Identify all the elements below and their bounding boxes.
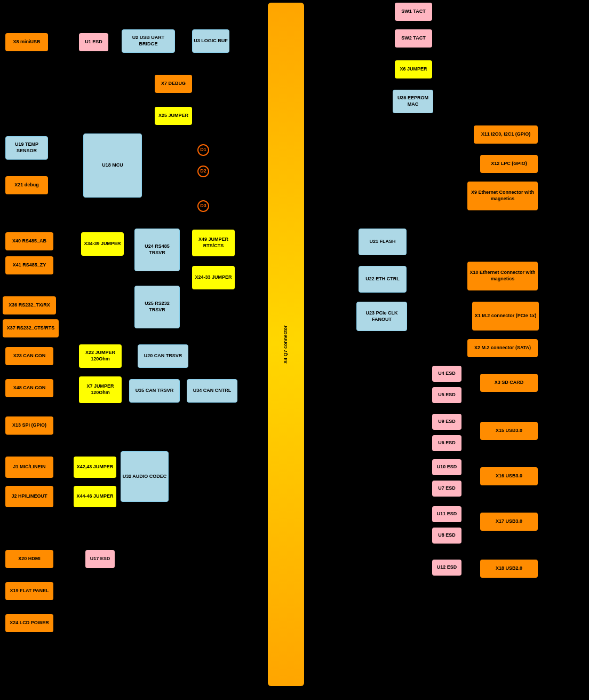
block-u21: U21 FLASH [359,229,407,255]
block-u23: U23 PCIe CLK FANOUT [356,302,407,331]
block-x11: X11 I2C0, I2C1 (GPIO) [474,125,538,144]
block-u7: U7 ESD [432,481,461,497]
block-j1: J1 MIC/LINEIN [5,457,53,478]
block-x36: X36 RS232_TX/RX [3,296,56,314]
block-x37: X37 RS232_CTS/RTS [3,319,59,337]
block-u8: U8 ESD [432,528,461,544]
block-x23: X23 CAN CON [5,347,53,365]
block-u24: U24 RS485 TRSVR [134,229,180,271]
block-u35: U35 CAN TRSVR [129,379,180,403]
block-x49: X49 JUMPER RTS/CTS [192,230,235,256]
block-u34: U34 CAN CNTRL [187,379,237,403]
block-u10: U10 ESD [432,459,461,475]
block-d2: D2 [197,166,209,177]
schematic-diagram: X8 miniUSBU1 ESDU2 USB UART BRIDGEU3 LOG… [0,0,589,700]
block-x4: X4 Q7 connector [268,3,304,686]
block-x13: X13 SPI (GPIO) [5,416,53,435]
block-d1: D1 [197,144,209,156]
block-x20: X20 HDMI [5,550,53,568]
block-x24_33: X24-33 JUMPER [192,266,235,289]
block-x22: X22 JUMPER 120Ohm [79,344,122,368]
block-x19: X19 FLAT PANEL [5,582,53,600]
block-u1: U1 ESD [79,33,108,51]
block-x2: X2 M.2 connector (SATA) [467,339,538,357]
block-x42_43: X42,43 JUMPER [74,457,116,478]
block-x25: X25 JUMPER [155,107,192,125]
block-x34_39: X34-39 JUMPER [81,232,124,256]
block-u25: U25 RS232 TRSVR [134,286,180,328]
block-u20: U20 CAN TRSVR [138,344,188,368]
block-u2: U2 USB UART BRIDGE [122,29,175,53]
block-u4: U4 ESD [432,366,461,382]
block-sw2: SW2 TACT [395,29,432,48]
block-x9: X9 Ethernet Connector with magnetics [467,182,538,210]
block-x6: X6 JUMPER [395,60,432,78]
block-x1: X1 M.2 connector (PCIe 1x) [472,302,539,331]
block-u17: U17 ESD [85,550,115,568]
block-x8: X8 miniUSB [5,33,48,51]
block-x24_lcd: X24 LCD POWER [5,614,53,632]
block-u6: U6 ESD [432,435,461,451]
block-x7_debug: X7 DEBUG [155,75,192,93]
block-x18: X18 USB2.0 [480,560,538,578]
block-x41: X41 RS485_ZY [5,256,53,274]
block-x10: X10 Ethernet Connector with magnetics [467,262,538,290]
block-x12: X12 LPC (GPIO) [480,155,538,173]
block-u9: U9 ESD [432,414,461,430]
block-u19: U19 TEMP SENSOR [5,136,48,160]
block-u32: U32 AUDIO CODEC [121,451,169,502]
block-d3: D3 [197,200,209,212]
block-sw1: SW1 TACT [395,3,432,21]
block-j2: J2 HP/LINEOUT [5,486,53,507]
block-x48: X48 CAN CON [5,379,53,397]
block-u11: U11 ESD [432,506,461,522]
block-u36: U36 EEPROM MAC [393,90,433,113]
block-x16: X16 USB3.0 [480,467,538,485]
block-u12: U12 ESD [432,560,461,576]
block-x7_jumper: X7 JUMPER 120Ohm [79,376,122,403]
block-u18: U18 MCU [83,133,142,198]
block-x17: X17 USB3.0 [480,513,538,531]
block-x44_46: X44-46 JUMPER [74,486,116,507]
block-u3: U3 LOGIC BUF [192,29,229,53]
block-x40: X40 RS485_AB [5,232,53,250]
block-x21: X21 debug [5,176,48,194]
block-x15: X15 USB3.0 [480,422,538,440]
block-u22: U22 ETH CTRL [359,266,407,293]
block-x3: X3 SD CARD [480,374,538,392]
block-u5: U5 ESD [432,387,461,403]
